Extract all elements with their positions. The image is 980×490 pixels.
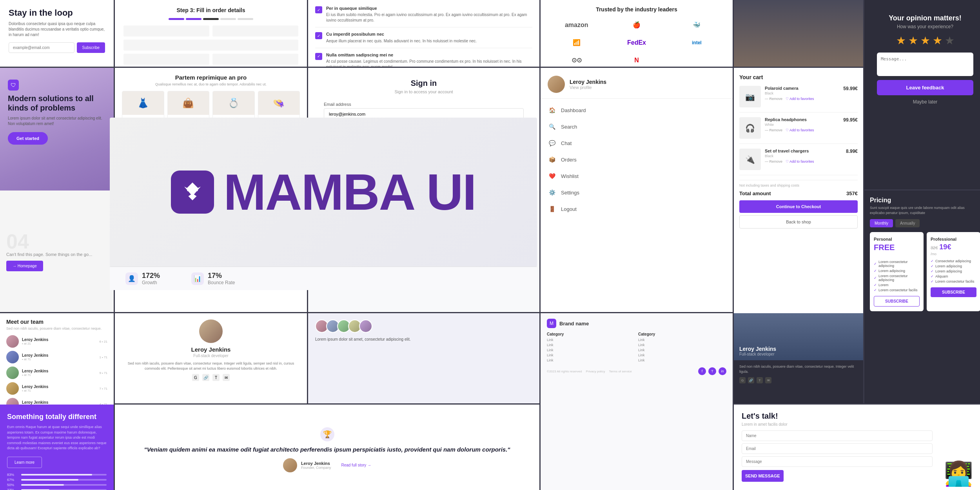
footer-link-4[interactable]: Link bbox=[547, 353, 635, 357]
newsletter-email-input[interactable] bbox=[9, 42, 74, 53]
logo-mastercard: ⊙⊙ bbox=[572, 56, 582, 64]
cart-total-label: Total amount bbox=[739, 191, 771, 196]
error-homepage-button[interactable]: → Homepage bbox=[6, 261, 43, 271]
social-link-icon[interactable]: 🔗 bbox=[202, 374, 209, 381]
cta-title: Something totally different bbox=[7, 412, 107, 421]
nav-item-wishlist[interactable]: ❤️ Wishlist bbox=[541, 168, 733, 184]
footer-link-5[interactable]: Link bbox=[547, 358, 635, 362]
author-name: Leroy Jenkins bbox=[301, 461, 331, 466]
newsletter-desc: Doloribus consectetur quasi ipsa quo neq… bbox=[9, 21, 105, 38]
nav-item-search[interactable]: 🔍 Search bbox=[541, 118, 733, 135]
check-icon-1: ✓ bbox=[315, 6, 322, 13]
feature-pro-5: Lorem consectetur facilis bbox=[931, 279, 976, 283]
footer-link-1[interactable]: Link bbox=[547, 338, 635, 342]
footer-social-1[interactable]: f bbox=[698, 367, 706, 375]
annually-toggle[interactable]: Annually bbox=[895, 219, 920, 227]
send-message-button[interactable]: SEND MESSAGE bbox=[742, 470, 784, 482]
nav-item-chat[interactable]: 💬 Chat bbox=[541, 135, 733, 151]
footer-link-7[interactable]: Link bbox=[638, 343, 726, 347]
feedback-panel: Your opinion matters! How was your exper… bbox=[864, 0, 980, 189]
cart-remove-1[interactable]: — Remove bbox=[765, 97, 782, 101]
cart-total-section: Not including taxes and shipping costs T… bbox=[739, 180, 858, 229]
feature-pro-2: Lorem adipiscing bbox=[931, 264, 976, 268]
check-icon-2: ✓ bbox=[315, 32, 322, 39]
nav-view-profile[interactable]: View profile bbox=[570, 85, 606, 90]
dark-profile-name: Leroy Jenkins bbox=[739, 346, 776, 352]
avatars-panel: Lorem ipsum dolor sit amet, consectetur … bbox=[308, 313, 539, 403]
footer-copyright: ©2023 All rights reserved bbox=[547, 370, 582, 373]
star-3[interactable]: ★ bbox=[920, 34, 930, 47]
progress-steps bbox=[123, 18, 298, 20]
cart-item-sub-3: Black bbox=[765, 154, 842, 158]
nav-item-settings[interactable]: ⚙️ Settings bbox=[541, 184, 733, 201]
form-field-4[interactable] bbox=[123, 54, 209, 65]
checkout-button[interactable]: Continue to Checkout bbox=[739, 200, 858, 213]
feature-pro-4: Aliquam bbox=[931, 274, 976, 278]
dark-social-2[interactable]: 🔗 bbox=[748, 377, 754, 383]
footer-social-2[interactable]: T bbox=[708, 367, 716, 375]
footer-link-2[interactable]: Link bbox=[547, 343, 635, 347]
products-subtitle: Qualisque remellius nec at, duo te agam … bbox=[122, 82, 300, 86]
letstalk-name-input[interactable] bbox=[742, 430, 933, 441]
subscribe-button[interactable]: Subscribe bbox=[77, 42, 105, 53]
nav-item-dashboard[interactable]: 🏠 Dashboard bbox=[541, 102, 733, 118]
footer-privacy[interactable]: Privacy policy bbox=[586, 370, 605, 373]
dark-social-3[interactable]: T bbox=[757, 377, 763, 383]
monthly-toggle[interactable]: Monthly bbox=[870, 219, 893, 227]
star-2[interactable]: ★ bbox=[908, 34, 918, 47]
form-field-2[interactable] bbox=[212, 25, 298, 36]
error-404-panel: 04 Can't find this page. Some things on … bbox=[0, 191, 114, 312]
form-field-5[interactable] bbox=[212, 54, 298, 65]
dark-social-1[interactable]: G bbox=[739, 377, 746, 383]
leave-feedback-button[interactable]: Leave feedback bbox=[877, 80, 973, 95]
social-github-icon[interactable]: G bbox=[192, 374, 199, 381]
cart-favorite-3[interactable]: ♡ Add to favorites bbox=[786, 160, 814, 163]
dark-social-4[interactable]: ✉ bbox=[765, 377, 771, 383]
back-to-shop-button[interactable]: Back to shop bbox=[739, 215, 858, 229]
footer-social-3[interactable]: in bbox=[719, 367, 726, 375]
cart-remove-3[interactable]: — Remove bbox=[765, 160, 782, 163]
cart-remove-2[interactable]: — Remove bbox=[765, 128, 782, 132]
footer-link-9[interactable]: Link bbox=[638, 353, 726, 357]
footer-link-3[interactable]: Link bbox=[547, 348, 635, 352]
form-field-1[interactable] bbox=[123, 25, 209, 36]
author-avatar bbox=[283, 458, 297, 472]
product-img-4: 👒 bbox=[258, 91, 300, 115]
read-full-story-link[interactable]: Read full story → bbox=[341, 463, 371, 467]
social-email-icon[interactable]: ✉ bbox=[223, 374, 230, 381]
star-4[interactable]: ★ bbox=[933, 34, 942, 47]
svg-point-0 bbox=[187, 189, 190, 191]
nav-item-orders[interactable]: 📦 Orders bbox=[541, 151, 733, 168]
footer-link-10[interactable]: Link bbox=[638, 358, 726, 362]
footer-logo-icon: M bbox=[547, 319, 556, 328]
team-subtitle: Sed non nibh iaculis, posuere diam vitae… bbox=[6, 327, 107, 330]
feedback-textarea[interactable] bbox=[877, 53, 973, 76]
cart-favorite-2[interactable]: ♡ Add to favorites bbox=[786, 128, 814, 132]
letstalk-message-input[interactable] bbox=[742, 456, 933, 467]
learn-more-button[interactable]: Learn more bbox=[7, 457, 42, 468]
letstalk-content: Let's talk! Lorem in amet facilis dolor … bbox=[742, 412, 933, 488]
subscribe-pro-button[interactable]: SUBSCRIBE bbox=[931, 287, 976, 297]
footer-link-6[interactable]: Link bbox=[638, 338, 726, 342]
footer-link-8[interactable]: Link bbox=[638, 348, 726, 352]
orders-icon: 📦 bbox=[548, 156, 555, 163]
letstalk-email-input[interactable] bbox=[742, 443, 933, 454]
get-started-button[interactable]: Get started bbox=[8, 132, 48, 145]
maybe-later-button[interactable]: Maybe later bbox=[877, 99, 973, 105]
cta-panel: Something totally different Eum omnis Ra… bbox=[0, 405, 114, 490]
nav-item-logout[interactable]: 🚪 Logout bbox=[541, 201, 733, 217]
social-twitter-icon[interactable]: T bbox=[212, 374, 220, 381]
team-avatar-2 bbox=[6, 351, 19, 363]
star-1[interactable]: ★ bbox=[896, 34, 906, 47]
settings-icon: ⚙️ bbox=[548, 189, 555, 196]
cart-item-sub-1: Black bbox=[765, 91, 839, 95]
nav-label-wishlist: Wishlist bbox=[561, 173, 579, 179]
pricing-card-professional: Professional 32€ 19€ /mo Consectetur adi… bbox=[927, 232, 980, 311]
form-field-3[interactable] bbox=[123, 40, 298, 51]
cart-favorite-1[interactable]: ♡ Add to favorites bbox=[786, 97, 814, 101]
star-5[interactable]: ★ bbox=[945, 34, 955, 47]
footer-terms[interactable]: Terms of service bbox=[609, 370, 632, 373]
subscribe-personal-button[interactable]: SUBSCRIBE bbox=[874, 296, 920, 307]
cart-item-2: 🎧 Replica headphones White — Remove ♡ Ad… bbox=[739, 117, 858, 144]
team-member-1: Leroy Jenkins• at 21 6 • 21 bbox=[6, 335, 107, 348]
